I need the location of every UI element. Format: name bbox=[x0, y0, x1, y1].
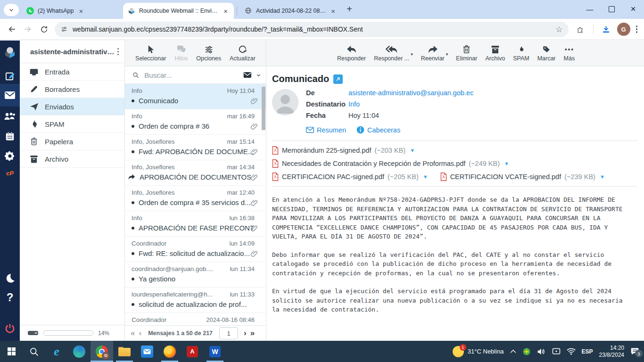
extensions-icon[interactable] bbox=[572, 21, 588, 37]
url-text[interactable]: webmail.sanjuan.gob.ec/cpsess2397748239/… bbox=[73, 25, 551, 33]
tab-actividad[interactable]: Actividad 2024-08-22 08:00:00 × bbox=[240, 3, 341, 19]
sidebar-item-entrada[interactable]: Entrada bbox=[20, 63, 124, 81]
mail-icon[interactable] bbox=[0, 84, 20, 107]
start-button[interactable] bbox=[0, 341, 23, 362]
new-tab-button[interactable]: + bbox=[343, 3, 355, 15]
site-info-icon[interactable] bbox=[60, 25, 68, 33]
restore-button[interactable] bbox=[601, 0, 622, 18]
attachment-menu-icon[interactable]: ▼ bbox=[410, 148, 415, 153]
archive-button[interactable]: Archivo bbox=[485, 45, 505, 62]
taskbar-file-explorer[interactable] bbox=[113, 341, 136, 362]
volume-icon[interactable] bbox=[537, 348, 546, 355]
forward-button[interactable] bbox=[20, 21, 36, 37]
attachment-item[interactable]: Necesidades de Contratación y Recepción … bbox=[272, 159, 509, 168]
account-menu-icon[interactable] bbox=[115, 45, 122, 58]
select-button[interactable]: Seleccionar bbox=[135, 45, 166, 62]
cpanel-icon[interactable]: cP bbox=[0, 166, 20, 180]
taskbar-search-button[interactable] bbox=[23, 341, 45, 362]
attachment-item[interactable]: CERTIFICACION VCATE-signed.pdf (~239 KB)… bbox=[440, 173, 605, 181]
taskbar-word[interactable]: W bbox=[204, 341, 226, 362]
message-row[interactable]: Coordinadorlun 14:09 Fwd: RE: solicitud … bbox=[125, 237, 266, 262]
logout-power-icon[interactable] bbox=[0, 320, 20, 337]
reply-button[interactable]: Responder bbox=[337, 45, 366, 62]
close-button[interactable]: × bbox=[622, 0, 644, 18]
attachment-menu-icon[interactable]: ▼ bbox=[600, 174, 605, 180]
to-address-link[interactable]: Info bbox=[348, 100, 360, 108]
download-icon[interactable] bbox=[598, 21, 614, 37]
compose-icon[interactable] bbox=[0, 67, 20, 85]
attachment-menu-icon[interactable]: ▼ bbox=[423, 174, 428, 180]
message-row[interactable]: InfoHoy 11:04 Comunicado bbox=[125, 84, 266, 109]
dark-mode-moon-icon[interactable] bbox=[0, 270, 20, 287]
tab-close-icon[interactable]: × bbox=[222, 7, 229, 15]
tab-roundcube[interactable]: Roundcube Webmail :: Enviados × bbox=[123, 3, 234, 19]
settings-gear-icon[interactable] bbox=[0, 147, 20, 165]
forward-dropdown-icon[interactable]: ▾ bbox=[446, 52, 448, 57]
url-bar[interactable]: webmail.sanjuan.gob.ec/cpsess2397748239/… bbox=[55, 22, 569, 37]
last-page-button[interactable]: » bbox=[250, 329, 255, 338]
refresh-list-button[interactable]: Actualizar bbox=[230, 45, 256, 62]
refresh-button[interactable] bbox=[36, 21, 52, 37]
action-center-button[interactable]: 3 bbox=[630, 347, 639, 355]
next-page-button[interactable]: › bbox=[244, 329, 247, 338]
scope-envelope-icon[interactable] bbox=[243, 71, 252, 79]
sidebar-item-enviados[interactable]: Enviados bbox=[20, 98, 124, 115]
search-input[interactable] bbox=[143, 71, 239, 80]
profile-avatar[interactable]: G bbox=[617, 23, 630, 36]
forward-button[interactable]: Reenviar bbox=[421, 45, 445, 62]
tray-chevron-up-icon[interactable] bbox=[510, 349, 516, 354]
reply-all-dropdown-icon[interactable]: ▾ bbox=[411, 52, 413, 57]
more-button[interactable]: Más bbox=[564, 45, 575, 62]
sidebar-item-spam[interactable]: SPAM bbox=[20, 115, 124, 133]
message-row[interactable]: Coordinador2024-08-16 08:46 bbox=[125, 313, 266, 325]
message-row[interactable]: Infomar 16:49 Orden de compra # 36 bbox=[125, 109, 266, 135]
message-row[interactable]: Info, Josefloresmar 15:14 Fwd: APROBACIÓ… bbox=[125, 135, 266, 160]
taskbar-clock[interactable]: 14:20 23/8/2024 bbox=[599, 345, 624, 359]
keyboard-language[interactable]: ESP bbox=[582, 348, 593, 355]
first-page-button[interactable]: « bbox=[131, 329, 135, 338]
contacts-icon[interactable] bbox=[0, 107, 20, 125]
taskbar-firefox[interactable] bbox=[158, 341, 181, 362]
message-row[interactable]: lourdespenafielcatering@h...lun 11:33 so… bbox=[125, 288, 266, 313]
search-options-chevron-icon[interactable] bbox=[256, 72, 261, 78]
options-button[interactable]: Opciones bbox=[196, 45, 221, 62]
help-icon[interactable]: ? bbox=[0, 289, 20, 306]
page-number-input[interactable] bbox=[219, 327, 238, 339]
sidebar-item-papelera[interactable]: Papelera bbox=[20, 133, 124, 150]
attachment-item[interactable]: Memorándum 225-signed.pdf (~203 KB) ▼ bbox=[272, 146, 415, 155]
taskbar-ie[interactable]: e bbox=[45, 341, 68, 362]
message-row[interactable]: Info, Josefloresmar 12:40 Orden de compr… bbox=[125, 186, 266, 211]
mark-button[interactable]: Marcar bbox=[537, 45, 556, 62]
sidebar-item-borradores[interactable]: Borradores bbox=[20, 81, 124, 98]
taskbar-mail[interactable] bbox=[136, 341, 158, 362]
taskbar-edge[interactable] bbox=[68, 341, 91, 362]
bookmark-star-icon[interactable]: ☆ bbox=[555, 25, 562, 34]
tab-close-icon[interactable]: × bbox=[77, 7, 84, 15]
sidebar-item-archivo[interactable]: Archivo bbox=[20, 150, 124, 168]
cast-display-icon[interactable] bbox=[552, 348, 561, 355]
list-scrollbar[interactable] bbox=[261, 85, 265, 325]
summary-link[interactable]: Resumen bbox=[306, 126, 346, 134]
calendar-icon[interactable] bbox=[0, 127, 20, 146]
spam-button[interactable]: SPAM bbox=[513, 45, 529, 62]
attachment-menu-icon[interactable]: ▼ bbox=[504, 161, 509, 166]
tab-close-icon[interactable]: × bbox=[330, 7, 337, 15]
delete-button[interactable]: Eliminar bbox=[456, 45, 477, 62]
taskbar-chrome[interactable]: G bbox=[91, 341, 113, 362]
taskbar-acrobat[interactable]: A bbox=[181, 341, 204, 362]
prev-page-button[interactable]: ‹ bbox=[139, 329, 141, 338]
minimize-button[interactable]: — bbox=[579, 0, 601, 18]
message-row[interactable]: coordinador@sanjuan.gob....lun 11:34 Ya … bbox=[125, 262, 266, 288]
reply-all-button[interactable]: Responder ... bbox=[374, 45, 409, 62]
headers-link[interactable]: Cabeceras bbox=[356, 126, 400, 134]
tab-search-chevron-icon[interactable] bbox=[4, 4, 19, 16]
message-row[interactable]: Infolun 16:38 APROBACIÓN DE FASE PRECONT… bbox=[125, 211, 266, 237]
from-address-link[interactable]: asistente-administrativo@sanjuan.gob.ec bbox=[348, 89, 473, 97]
antivirus-icon[interactable] bbox=[522, 347, 531, 356]
open-in-new-window-icon[interactable] bbox=[333, 74, 343, 84]
tab-whatsapp[interactable]: (2) WhatsApp × bbox=[22, 3, 123, 19]
weather-widget[interactable]: 1 31°C Neblina bbox=[453, 346, 504, 357]
threads-button[interactable]: Hilos bbox=[174, 45, 188, 62]
attachment-item[interactable]: CERTIFICACION PAC-signed.pdf (~205 KB) ▼ bbox=[272, 173, 428, 181]
back-button[interactable] bbox=[4, 21, 20, 37]
